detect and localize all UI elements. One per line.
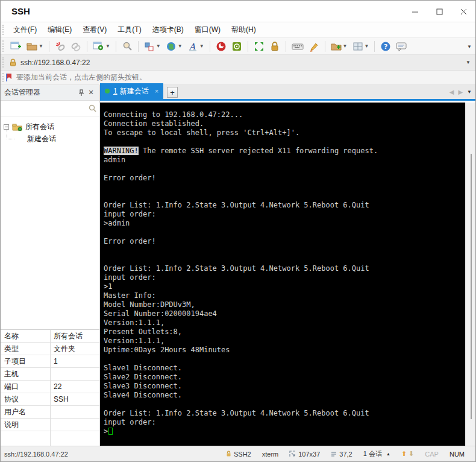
property-row[interactable]: 主机 bbox=[1, 368, 99, 381]
lock-screen-icon[interactable] bbox=[268, 39, 282, 54]
address-dropdown-caret-icon[interactable]: ▼ bbox=[466, 60, 471, 65]
resize-icon bbox=[289, 451, 296, 457]
terminal-line bbox=[104, 192, 466, 201]
session-count-caret-icon[interactable]: ▲ bbox=[386, 452, 390, 456]
property-row[interactable]: 名称所有会话 bbox=[1, 330, 99, 343]
status-session-count[interactable]: 1 会话▲ bbox=[363, 449, 390, 458]
dropdown-caret-icon[interactable]: ▼ bbox=[343, 43, 348, 49]
dropdown-caret-icon[interactable]: ▼ bbox=[199, 43, 204, 49]
session-manager-title: 会话管理器 bbox=[4, 87, 77, 98]
menu-item[interactable]: 选项卡(B) bbox=[147, 22, 189, 37]
property-label: 协议 bbox=[1, 394, 50, 405]
dropdown-caret-icon[interactable]: ▼ bbox=[105, 43, 110, 49]
property-row[interactable]: 协议SSH bbox=[1, 393, 99, 406]
session-tree: 所有会话 新建会话 bbox=[1, 116, 99, 329]
terminal[interactable]: Connecting to 192.168.0.47:22...Connecti… bbox=[100, 103, 466, 447]
minimize-button[interactable] bbox=[403, 1, 427, 22]
property-row[interactable]: 端口22 bbox=[1, 381, 99, 393]
session-manager-header: 会话管理器 ✕ bbox=[1, 85, 99, 101]
xftp-icon[interactable] bbox=[214, 39, 228, 54]
property-row[interactable]: 用户名 bbox=[1, 406, 99, 419]
menu-item[interactable]: 查看(V) bbox=[77, 22, 112, 37]
tab-close-icon[interactable]: × bbox=[155, 87, 158, 95]
svg-text:?: ? bbox=[384, 43, 387, 51]
new-session-icon[interactable] bbox=[8, 39, 23, 54]
tab-scroll-right-icon[interactable]: ▶ bbox=[458, 89, 463, 95]
menu-item[interactable]: 窗口(W) bbox=[189, 22, 226, 37]
new-tab-button[interactable]: + bbox=[167, 87, 178, 98]
terminal-cursor bbox=[108, 428, 113, 435]
terminal-scrollbar[interactable] bbox=[465, 103, 475, 447]
tree-root-label[interactable]: 所有会话 bbox=[25, 122, 54, 132]
status-caps-lock: CAP bbox=[425, 451, 439, 458]
address-lock-icon bbox=[9, 59, 17, 67]
highlight-pen-icon[interactable] bbox=[307, 39, 321, 54]
property-label: 端口 bbox=[1, 382, 50, 392]
toolbar-separator bbox=[116, 41, 116, 52]
terminal-line: Uptime:0Days 2Hours 48Minutes bbox=[104, 346, 466, 355]
dropdown-caret-icon[interactable]: ▼ bbox=[178, 43, 183, 49]
terminal-scrollbar-thumb[interactable] bbox=[471, 154, 472, 419]
status-scroll-arrows[interactable]: ⬆ ⬇ bbox=[401, 450, 414, 458]
tree-item-all-sessions[interactable]: 所有会话 bbox=[1, 121, 99, 133]
scroll-down-arrow-icon[interactable]: ⬇ bbox=[409, 450, 414, 458]
dropdown-caret-icon[interactable]: ▼ bbox=[365, 43, 369, 49]
notice-text: 要添加当前会话，点击左侧的箭头按钮。 bbox=[16, 72, 146, 83]
reconnect-icon[interactable] bbox=[69, 39, 83, 54]
tab-scroll-left-icon[interactable]: ◀ bbox=[449, 89, 454, 95]
help-icon[interactable]: ? bbox=[378, 39, 393, 54]
property-row[interactable]: 类型文件夹 bbox=[1, 343, 99, 355]
menu-item[interactable]: 帮助(H) bbox=[226, 22, 261, 37]
terminal-line: input order: bbox=[104, 210, 466, 219]
session-search-input[interactable] bbox=[3, 102, 86, 115]
property-row[interactable]: 子项目1 bbox=[1, 355, 99, 368]
terminal-line bbox=[104, 138, 466, 147]
status-bar: ssh://192.168.0.47:22 SSH2 xterm 107x37 … bbox=[1, 446, 475, 461]
compose-pane-icon[interactable]: ▼ bbox=[142, 39, 163, 54]
tree-item-new-session[interactable]: 新建会话 bbox=[1, 133, 99, 145]
terminal-line: Serial Number:020000194ae4 bbox=[104, 309, 466, 318]
disconnect-icon[interactable] bbox=[53, 39, 67, 54]
menu-item[interactable]: 编辑(E) bbox=[42, 22, 77, 37]
virtual-keyboard-icon[interactable] bbox=[290, 39, 305, 54]
close-button[interactable] bbox=[451, 1, 475, 22]
panel-close-icon[interactable]: ✕ bbox=[86, 88, 96, 98]
font-icon[interactable]: A ▼ bbox=[186, 39, 206, 54]
dropdown-caret-icon[interactable]: ▼ bbox=[39, 43, 43, 49]
xtools-icon[interactable] bbox=[230, 39, 244, 54]
find-icon[interactable] bbox=[120, 39, 134, 54]
fullscreen-icon[interactable] bbox=[252, 39, 266, 54]
session-properties-icon[interactable]: ▼ bbox=[91, 39, 112, 54]
terminal-line: Slave3 Disconnect. bbox=[104, 382, 466, 391]
menu-item[interactable]: 工具(T) bbox=[112, 22, 146, 37]
property-row[interactable]: 说明 bbox=[1, 419, 99, 431]
maximize-button[interactable] bbox=[427, 1, 451, 22]
toolbar-separator bbox=[210, 41, 210, 52]
encoding-globe-icon[interactable]: ▼ bbox=[164, 39, 184, 54]
tab-list-caret-icon[interactable]: ▼ bbox=[467, 89, 472, 95]
new-folder-icon[interactable]: ▼ bbox=[329, 39, 349, 54]
layout-icon[interactable]: ▼ bbox=[351, 39, 371, 54]
pin-icon[interactable] bbox=[77, 88, 86, 98]
menu-item[interactable]: 文件(F) bbox=[8, 22, 42, 37]
toolbar-overflow-caret-icon[interactable]: ▼ bbox=[467, 44, 472, 49]
search-icon bbox=[89, 104, 96, 112]
terminal-line: WARNING! The remote SSH server rejected … bbox=[104, 147, 466, 156]
tab-new-session[interactable]: 1 新建会话 × bbox=[100, 83, 163, 99]
status-term-type[interactable]: xterm bbox=[262, 451, 279, 458]
toolbar-separator bbox=[87, 41, 87, 52]
tree-child-label[interactable]: 新建会话 bbox=[27, 134, 56, 144]
terminal-line bbox=[104, 400, 466, 409]
address-url[interactable]: ssh://192.168.0.47:22 bbox=[20, 59, 90, 67]
property-label: 用户名 bbox=[1, 407, 50, 417]
session-search[interactable] bbox=[1, 101, 99, 116]
tree-expander-icon[interactable] bbox=[4, 124, 9, 130]
dropdown-caret-icon[interactable]: ▼ bbox=[156, 43, 161, 49]
address-bar[interactable]: ssh://192.168.0.47:22 ▼ bbox=[1, 55, 475, 71]
open-session-icon[interactable]: ▼ bbox=[25, 39, 45, 54]
ssh-client-window: SSH 文件(F)编辑(E)查看(V)工具(T)选项卡(B)窗口(W)帮助(H)… bbox=[0, 0, 476, 462]
feedback-icon[interactable] bbox=[394, 39, 409, 54]
scroll-up-arrow-icon[interactable]: ⬆ bbox=[401, 450, 407, 458]
terminal-line: Connection established. bbox=[104, 119, 466, 128]
notice-bar: 要添加当前会话，点击左侧的箭头按钮。 bbox=[1, 71, 475, 85]
